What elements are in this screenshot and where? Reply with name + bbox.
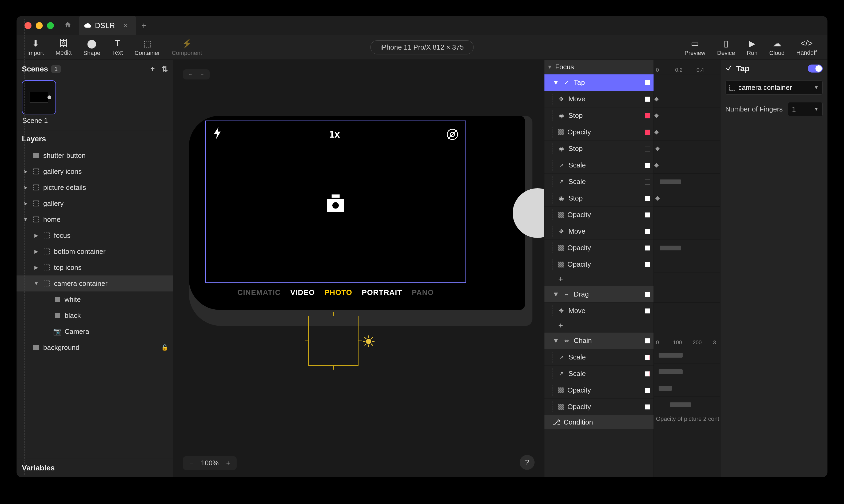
timeline-row[interactable] (654, 380, 720, 396)
fingers-selector[interactable]: 1 ▼ (788, 102, 823, 116)
color-swatch[interactable] (645, 338, 650, 343)
device-selector[interactable]: iPhone 11 Pro/X 812 × 375 (371, 40, 474, 54)
tab-dslr[interactable]: DSLR ✕ (79, 16, 136, 35)
close-window-button[interactable] (24, 22, 32, 29)
layer-row[interactable]: ▶bottom container (17, 244, 173, 259)
layer-row[interactable]: ▼camera container (17, 275, 173, 291)
color-swatch[interactable] (645, 212, 650, 218)
color-swatch[interactable] (645, 262, 650, 267)
layer-row[interactable]: black (17, 307, 173, 323)
action-row[interactable]: Opacity (544, 398, 653, 415)
color-swatch[interactable] (645, 308, 650, 313)
help-button[interactable]: ? (520, 455, 535, 470)
color-swatch[interactable] (645, 196, 650, 201)
timeline-row[interactable] (654, 396, 720, 413)
color-swatch[interactable] (645, 404, 650, 410)
color-swatch[interactable] (645, 371, 650, 377)
forward-button[interactable]: → (200, 72, 204, 77)
timeline-row[interactable] (654, 157, 720, 173)
color-swatch[interactable] (645, 388, 650, 393)
layer-row[interactable]: background🔒 (17, 340, 173, 356)
timeline-row[interactable] (654, 74, 720, 91)
layer-row[interactable]: ▼home (17, 212, 173, 228)
layer-row[interactable]: shutter button (17, 147, 173, 163)
timeline-row[interactable] (654, 286, 720, 302)
timeline-row[interactable] (654, 140, 720, 157)
timeline-row[interactable] (654, 206, 720, 223)
add-action-button[interactable]: + (544, 272, 653, 286)
component-tool[interactable]: ⚡Component (166, 38, 208, 56)
timeline-row[interactable] (654, 124, 720, 140)
trigger-enable-toggle[interactable] (808, 65, 823, 73)
trigger-row[interactable]: ▼↔Drag (544, 286, 653, 302)
color-swatch[interactable] (645, 245, 650, 251)
condition-header[interactable]: ⎇Condition (544, 415, 653, 429)
timeline-row[interactable] (654, 363, 720, 380)
color-swatch[interactable] (645, 179, 650, 184)
action-row[interactable]: Opacity (544, 124, 653, 140)
preview-tool[interactable]: ▭Preview (679, 38, 711, 56)
color-swatch[interactable] (645, 113, 650, 119)
back-button[interactable]: ← (188, 72, 193, 77)
color-swatch[interactable] (645, 130, 650, 135)
shape-tool[interactable]: ⬤Shape (77, 38, 106, 56)
timeline-row[interactable] (654, 173, 720, 190)
layer-row[interactable]: ▶picture details (17, 179, 173, 196)
scene-settings-button[interactable]: ⇅ (162, 65, 168, 73)
layer-row[interactable]: ▶gallery (17, 196, 173, 212)
cloud-tool[interactable]: ☁Cloud (764, 38, 790, 56)
action-row[interactable]: ✥Move (544, 302, 653, 319)
action-row[interactable]: Opacity (544, 206, 653, 223)
timeline-row[interactable] (654, 239, 720, 256)
timeline-row[interactable] (654, 256, 720, 272)
color-swatch[interactable] (645, 146, 650, 151)
trigger-row[interactable]: ▼⇔Chain (544, 332, 653, 349)
color-swatch[interactable] (645, 229, 650, 234)
zoom-in-button[interactable]: + (226, 459, 230, 467)
canvas[interactable]: ← → 1x CI (174, 60, 544, 477)
layer-row[interactable]: ▶focus (17, 228, 173, 244)
media-tool[interactable]: 🖼Media (50, 38, 77, 56)
home-button[interactable] (64, 21, 71, 31)
device-tool[interactable]: ▯Device (711, 38, 741, 56)
action-row[interactable]: ◉Stop (544, 107, 653, 124)
camera-container-selection[interactable]: 1x (205, 121, 466, 283)
timeline-row[interactable] (654, 91, 720, 107)
timeline-row[interactable] (654, 347, 720, 363)
action-row[interactable]: ↗Scale (544, 365, 653, 382)
action-row[interactable]: ↗Scale (544, 349, 653, 365)
scene-thumbnail[interactable] (22, 80, 56, 114)
focus-group-header[interactable]: ▼ Focus (544, 60, 653, 74)
timeline-row[interactable] (654, 107, 720, 124)
color-swatch[interactable] (645, 163, 650, 168)
trigger-row[interactable]: ▼✓Tap (544, 74, 653, 91)
color-swatch[interactable] (645, 96, 650, 102)
variables-header[interactable]: Variables (17, 458, 173, 477)
container-tool[interactable]: ⬚Container (129, 38, 166, 56)
action-row[interactable]: Opacity (544, 382, 653, 398)
layer-row[interactable]: 📷Camera (17, 323, 173, 340)
fullscreen-window-button[interactable] (47, 22, 54, 29)
action-row[interactable]: Opacity (544, 256, 653, 272)
action-row[interactable]: ◉Stop (544, 190, 653, 206)
minimize-window-button[interactable] (36, 22, 43, 29)
zoom-out-button[interactable]: − (190, 459, 193, 467)
action-row[interactable]: ◉Stop (544, 140, 653, 157)
add-tab-button[interactable]: + (141, 21, 146, 31)
add-scene-button[interactable]: + (150, 65, 155, 73)
import-tool[interactable]: ⬇Import (21, 38, 50, 56)
action-row[interactable]: ↗Scale (544, 173, 653, 190)
color-swatch[interactable] (645, 292, 650, 297)
timeline-row[interactable] (654, 302, 720, 319)
timeline-row[interactable] (654, 190, 720, 206)
color-swatch[interactable] (645, 80, 650, 85)
action-row[interactable]: ✥Move (544, 91, 653, 107)
run-tool[interactable]: ▶Run (741, 38, 764, 56)
layer-row[interactable]: ▶gallery icons (17, 163, 173, 179)
layer-row[interactable]: ▶top icons (17, 259, 173, 275)
layer-row[interactable]: white (17, 291, 173, 307)
text-tool[interactable]: TText (106, 38, 129, 56)
timeline-row[interactable] (654, 223, 720, 239)
action-row[interactable]: Opacity (544, 239, 653, 256)
add-action-button[interactable]: + (544, 319, 653, 332)
